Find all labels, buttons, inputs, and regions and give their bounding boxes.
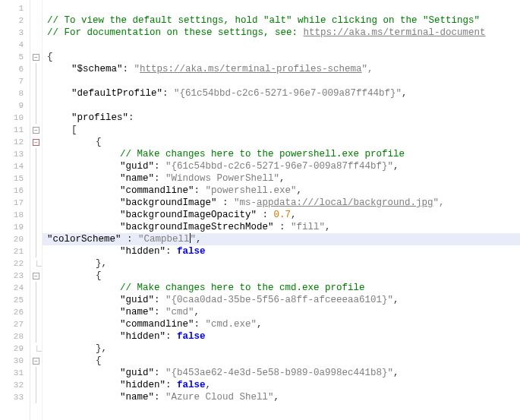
code-line[interactable]: "$schema": "https://aka.ms/terminal-prof… <box>47 63 520 75</box>
line-number: 18 <box>0 209 30 221</box>
fold-toggle-icon[interactable]: − <box>33 139 39 146</box>
code-line[interactable]: // Make changes here to the cmd.exe prof… <box>47 282 520 294</box>
code-line[interactable]: // Make changes here to the powershell.e… <box>47 148 520 160</box>
code-line[interactable]: "name": "cmd", <box>47 306 520 318</box>
code-line[interactable]: "hidden": false, <box>47 379 520 391</box>
code-line[interactable]: // To view the default settings, hold "a… <box>47 14 520 27</box>
line-number: 17 <box>0 197 30 209</box>
line-number: 31 <box>0 367 30 379</box>
line-number: 10 <box>0 112 30 124</box>
line-number: 25 <box>0 294 30 306</box>
line-number: 28 <box>0 330 30 343</box>
line-number: 30 <box>0 355 30 367</box>
line-number: 1 <box>0 2 30 14</box>
code-line[interactable]: "guid": "{61c54bbd-c2c6-5271-96e7-009a87… <box>47 160 520 172</box>
code-line[interactable]: "backgroundImageStrechMode" : "fill", <box>47 221 520 233</box>
code-line[interactable]: // For documentation on these settings, … <box>47 27 520 39</box>
code-line[interactable]: "name": "Windows PowerShell", <box>47 172 520 185</box>
code-line[interactable]: "hidden": false <box>47 245 520 257</box>
code-line[interactable] <box>47 99 520 112</box>
code-line[interactable]: { <box>47 355 520 367</box>
code-line[interactable]: { <box>47 270 520 282</box>
code-line[interactable]: "commandline": "cmd.exe", <box>47 318 520 330</box>
code-line[interactable]: "defaultProfile": "{61c54bbd-c2c6-5271-9… <box>47 87 520 99</box>
line-number: 26 <box>0 306 30 318</box>
line-number: 20 <box>0 233 30 245</box>
line-number: 5 <box>0 51 30 63</box>
code-editor[interactable]: 1 2 3 4 5 6 7 8 9 10 11 12 13 14 15 16 1… <box>0 0 520 420</box>
line-number: 27 <box>0 318 30 330</box>
code-line[interactable]: }, <box>47 343 520 355</box>
fold-toggle-icon[interactable]: − <box>33 273 39 279</box>
line-number: 7 <box>0 75 30 87</box>
doc-link[interactable]: https://aka.ms/terminal-document <box>304 27 486 38</box>
code-content[interactable]: // To view the default settings, hold "a… <box>43 0 520 420</box>
code-line[interactable]: "backgroundImage" : "ms-appdata:///local… <box>47 197 520 209</box>
line-number: 4 <box>0 39 30 51</box>
fold-toggle-icon[interactable]: − <box>33 358 39 365</box>
code-line[interactable]: [ <box>47 124 520 136</box>
code-line[interactable]: "name": "Azure Cloud Shell", <box>47 391 520 403</box>
fold-column: − − − − − <box>30 0 43 420</box>
code-line[interactable]: { <box>47 136 520 148</box>
code-line[interactable]: "hidden": false <box>47 330 520 343</box>
line-number: 24 <box>0 282 30 294</box>
line-number: 2 <box>0 14 30 27</box>
line-number: 13 <box>0 148 30 160</box>
code-line[interactable]: }, <box>47 257 520 270</box>
line-number: 14 <box>0 160 30 172</box>
line-number: 9 <box>0 99 30 112</box>
line-number-gutter: 1 2 3 4 5 6 7 8 9 10 11 12 13 14 15 16 1… <box>0 0 30 420</box>
fold-toggle-icon[interactable]: − <box>33 54 39 61</box>
code-line[interactable]: "guid": "{b453ae62-4e3d-5e58-b989-0a998e… <box>47 367 520 379</box>
line-number: 12 <box>0 136 30 148</box>
line-number: 23 <box>0 270 30 282</box>
line-number: 3 <box>0 27 30 39</box>
code-line[interactable]: { <box>47 51 520 63</box>
line-number: 15 <box>0 172 30 185</box>
code-line[interactable]: "guid": "{0caa0dad-35be-5f56-a8ff-afceee… <box>47 294 520 306</box>
code-line[interactable] <box>47 2 520 14</box>
line-number: 19 <box>0 221 30 233</box>
line-number: 6 <box>0 63 30 75</box>
code-line[interactable] <box>47 75 520 87</box>
fold-toggle-icon[interactable]: − <box>33 127 39 134</box>
code-line-highlighted[interactable]: "colorScheme" : "Campbell", <box>43 233 520 245</box>
code-line[interactable]: "profiles": <box>47 112 520 124</box>
line-number: 32 <box>0 379 30 391</box>
line-number: 8 <box>0 87 30 99</box>
code-line[interactable] <box>47 39 520 51</box>
code-line[interactable]: "backgroundImageOpacity" : 0.7, <box>47 209 520 221</box>
line-number: 33 <box>0 391 30 403</box>
code-line[interactable]: "commandline": "powershell.exe", <box>47 185 520 197</box>
line-number: 21 <box>0 245 30 257</box>
line-number: 29 <box>0 343 30 355</box>
schema-link[interactable]: https://aka.ms/terminal-profiles-schema <box>140 64 362 74</box>
appdata-link[interactable]: appdata:///local/background.jpg <box>257 197 433 208</box>
line-number: 16 <box>0 185 30 197</box>
line-number: 22 <box>0 257 30 270</box>
line-number: 11 <box>0 124 30 136</box>
